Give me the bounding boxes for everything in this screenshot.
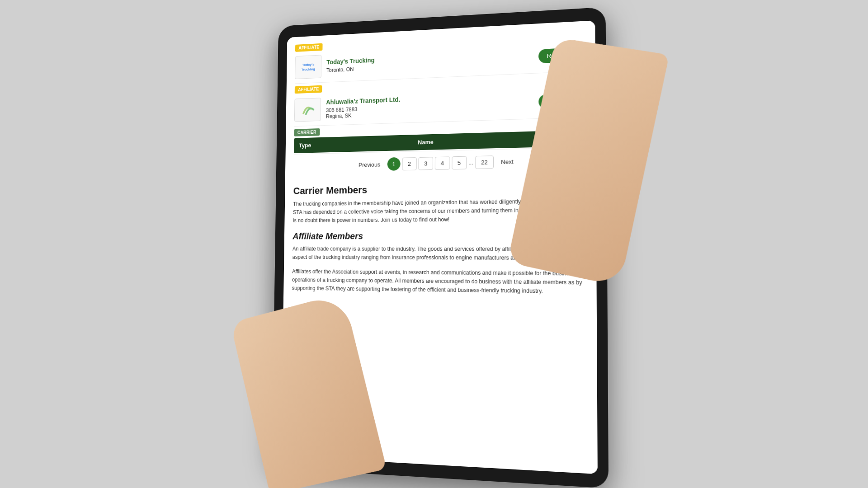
- col-type-header: Type: [299, 141, 332, 149]
- member-logo-1: Today's Trucking: [295, 55, 321, 79]
- previous-btn[interactable]: Previous: [354, 158, 386, 171]
- page-btn-3[interactable]: 3: [418, 157, 433, 170]
- page-btn-2[interactable]: 2: [402, 157, 417, 170]
- member-logo-3: [294, 98, 321, 122]
- affiliate-section-text2: Affiliates offer the Association support…: [292, 267, 587, 296]
- member-info-3: Ahluwalia'z Transport Ltd. 306 881-7883 …: [326, 91, 533, 120]
- page-dots: ...: [468, 159, 473, 166]
- member-info-1: Today's Trucking Toronto, ON: [326, 49, 533, 74]
- page-btn-4[interactable]: 4: [435, 156, 450, 169]
- affiliate-badge-2: AFFILIATE: [295, 85, 322, 94]
- page-btn-22[interactable]: 22: [475, 155, 494, 169]
- col-name-header: Name: [332, 136, 524, 148]
- page-btn-1[interactable]: 1: [387, 157, 400, 171]
- page-btn-5[interactable]: 5: [452, 156, 467, 169]
- todays-trucking-logo: Today's Trucking: [301, 62, 315, 72]
- carrier-badge: CARRIER: [294, 128, 320, 136]
- affiliate-badge-1: AFFILIATE: [295, 43, 323, 52]
- next-btn[interactable]: Next: [495, 155, 519, 168]
- tablet-device: AFFILIATE Today's Trucking Today's Truck…: [272, 7, 609, 488]
- ahluwalia-logo-svg: [299, 101, 316, 118]
